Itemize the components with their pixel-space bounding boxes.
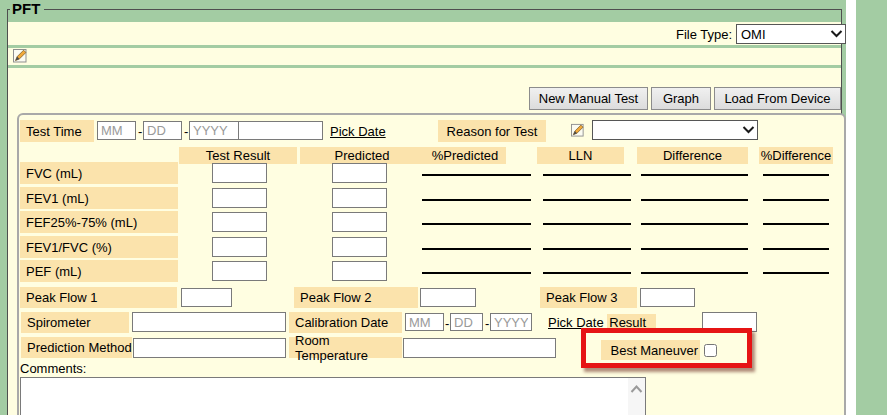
- file-type-select[interactable]: OMI: [736, 24, 846, 44]
- peak-flow-3-label: Peak Flow 3: [540, 287, 637, 308]
- date-separator: -: [485, 316, 489, 331]
- page-gutter: [846, 0, 856, 415]
- chevron-down-icon: [739, 126, 757, 134]
- page-right-margin: [856, 0, 887, 415]
- col-header-predicted: Predicted: [300, 147, 424, 164]
- row-label-fvc: FVC (mL): [20, 162, 178, 184]
- comments-textarea[interactable]: [20, 377, 646, 415]
- fef-predicted-input[interactable]: [332, 212, 387, 232]
- pef-lln-line: [543, 272, 631, 274]
- test-date-year-input[interactable]: [189, 121, 239, 140]
- pft-page: PFT File Type: OMI New Manual Test Graph…: [0, 0, 887, 415]
- fvc-predicted-input[interactable]: [332, 163, 387, 183]
- pef-test-result-input[interactable]: [212, 261, 267, 281]
- fvc-pct-predicted-line: [422, 174, 531, 176]
- row-label-fev1-fvc: FEV1/FVC (%): [20, 236, 178, 258]
- fef-test-result-input[interactable]: [212, 212, 267, 232]
- peak-flow-3-input[interactable]: [640, 288, 695, 307]
- prediction-method-input[interactable]: [133, 338, 286, 358]
- col-header-pct-predicted: %Predicted: [424, 147, 506, 164]
- test-time-input[interactable]: [238, 121, 323, 140]
- col-header-lln: LLN: [537, 147, 624, 164]
- test-date-day-input[interactable]: [143, 121, 182, 140]
- col-header-test-result: Test Result: [179, 147, 297, 164]
- graph-button[interactable]: Graph: [651, 87, 711, 110]
- fev1-fvc-predicted-input[interactable]: [332, 237, 387, 257]
- edit-pencil-icon[interactable]: [13, 48, 28, 67]
- fev1-test-result-input[interactable]: [212, 188, 267, 208]
- date-separator: -: [445, 316, 449, 331]
- row-label-fev1: FEV1 (mL): [20, 187, 178, 209]
- pef-pct-difference-line: [763, 272, 829, 274]
- fev1-difference-line: [641, 199, 748, 201]
- pef-predicted-input[interactable]: [332, 261, 387, 281]
- fev1-fvc-pct-difference-line: [763, 248, 829, 250]
- peak-flow-1-label: Peak Flow 1: [20, 287, 177, 308]
- fef-lln-line: [543, 223, 631, 225]
- best-maneuver-checkbox[interactable]: [704, 344, 717, 357]
- pef-difference-line: [641, 272, 748, 274]
- fef-pct-predicted-line: [422, 223, 531, 225]
- room-temperature-input[interactable]: [403, 338, 556, 358]
- load-from-device-button[interactable]: Load From Device: [714, 87, 841, 110]
- comments-scrollbar[interactable]: [628, 378, 645, 415]
- file-type-label: File Type:: [676, 27, 732, 42]
- fvc-test-result-input[interactable]: [212, 163, 267, 183]
- spirometer-input[interactable]: [132, 312, 286, 332]
- fev1-predicted-input[interactable]: [332, 188, 387, 208]
- fef-difference-line: [641, 223, 748, 225]
- fef-pct-difference-line: [763, 223, 829, 225]
- result-label: Result: [607, 314, 656, 331]
- file-type-value: OMI: [737, 27, 827, 42]
- pef-pct-predicted-line: [422, 272, 531, 274]
- pick-date-link[interactable]: Pick Date: [330, 124, 386, 139]
- comments-label: Comments:: [20, 361, 86, 376]
- test-date-month-input[interactable]: [97, 121, 136, 140]
- test-time-label: Test Time: [20, 120, 94, 142]
- calibration-day-input[interactable]: [450, 313, 483, 331]
- pick-date-result-link[interactable]: Pick Date Result: [548, 315, 656, 330]
- fvc-pct-difference-line: [763, 174, 829, 176]
- calibration-date-label: Calibration Date: [289, 312, 402, 333]
- date-separator: -: [138, 124, 142, 139]
- result-input[interactable]: [702, 312, 757, 332]
- edit-bar: [8, 48, 841, 65]
- reason-for-test-label: Reason for Test: [438, 120, 546, 142]
- fev1-fvc-pct-predicted-line: [422, 248, 531, 250]
- chevron-down-icon: [827, 30, 845, 38]
- spirometer-label: Spirometer: [21, 312, 129, 333]
- reason-for-test-select[interactable]: [592, 120, 758, 140]
- fev1-fvc-difference-line: [641, 248, 748, 250]
- fev1-pct-predicted-line: [422, 199, 531, 201]
- chevron-up-icon: [630, 385, 643, 393]
- fvc-lln-line: [543, 174, 631, 176]
- new-manual-test-button[interactable]: New Manual Test: [529, 87, 648, 110]
- reason-edit-pencil-icon[interactable]: [571, 123, 585, 141]
- page-title: PFT: [10, 0, 44, 17]
- calibration-year-input[interactable]: [490, 313, 532, 331]
- fev1-lln-line: [543, 199, 631, 201]
- peak-flow-2-label: Peak Flow 2: [294, 287, 418, 308]
- calibration-month-input[interactable]: [405, 313, 444, 331]
- fev1-fvc-lln-line: [543, 248, 631, 250]
- row-label-fef: FEF25%-75% (mL): [20, 211, 178, 233]
- pick-date-result-text: Pick Date: [548, 315, 607, 330]
- peak-flow-1-input[interactable]: [181, 288, 232, 307]
- room-temperature-label: Room Temperature: [289, 337, 402, 358]
- col-header-difference: Difference: [637, 147, 748, 164]
- fev1-fvc-test-result-input[interactable]: [212, 237, 267, 257]
- col-header-pct-difference: %Difference: [759, 147, 833, 164]
- best-maneuver-label: Best Maneuver: [601, 340, 700, 360]
- date-separator: -: [184, 124, 188, 139]
- peak-flow-2-input[interactable]: [420, 288, 476, 307]
- fvc-difference-line: [641, 174, 748, 176]
- row-label-pef: PEF (mL): [20, 260, 178, 282]
- prediction-method-label: Prediction Method: [21, 337, 132, 358]
- fev1-pct-difference-line: [763, 199, 829, 201]
